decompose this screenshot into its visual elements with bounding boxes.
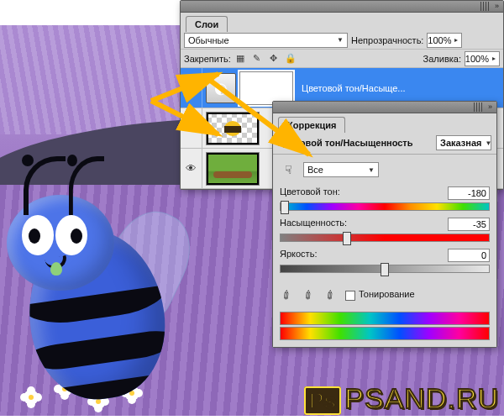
layer-thumbnail[interactable] bbox=[206, 152, 260, 186]
colorize-label: Тонирование bbox=[359, 289, 415, 299]
blend-mode-value: Обычные bbox=[188, 35, 229, 45]
slider-thumb-icon[interactable] bbox=[281, 201, 289, 214]
adjustment-type-label: Цветовой тон/Насыщенность bbox=[278, 138, 413, 148]
eyedropper-add-icon[interactable]: ✐ bbox=[299, 286, 318, 305]
hue-slider[interactable] bbox=[280, 202, 490, 211]
visibility-toggle-icon[interactable]: 👁 bbox=[181, 149, 202, 188]
adjustments-panel-header[interactable]: » bbox=[273, 102, 496, 113]
adjustment-body: ☟ Все ▼ Цветовой тон: Насыщенность: bbox=[273, 155, 496, 347]
opacity-value: 100% bbox=[428, 35, 451, 45]
layers-blend-row: Обычные ▼ Непрозрачность: 100% ▸ bbox=[181, 31, 503, 50]
tab-adjustments[interactable]: Коррекция bbox=[278, 117, 345, 133]
lock-transparency-icon[interactable]: ▦ bbox=[234, 53, 246, 64]
lock-icons-group: ▦ ✎ ✥ 🔒 bbox=[234, 53, 297, 64]
hue-spectrum-bottom bbox=[280, 327, 490, 340]
hue-label: Цветовой тон: bbox=[280, 186, 340, 200]
channel-value: Все bbox=[307, 165, 323, 175]
fill-label: Заливка: bbox=[423, 54, 461, 64]
chevron-down-icon: ▼ bbox=[337, 36, 344, 44]
colorize-checkbox[interactable]: Тонирование bbox=[345, 289, 415, 300]
saturation-label: Насыщенность: bbox=[280, 218, 347, 231]
tab-layers[interactable]: Слои bbox=[186, 16, 228, 32]
watermark: PsPSAND.RU bbox=[304, 382, 499, 415]
hue-value-input[interactable] bbox=[448, 186, 490, 200]
fill-value: 100% bbox=[465, 54, 489, 64]
lock-position-icon[interactable]: ✥ bbox=[268, 53, 280, 64]
preset-select[interactable]: Заказная ▼ bbox=[436, 135, 491, 150]
channel-select[interactable]: Все ▼ bbox=[303, 162, 379, 177]
visibility-toggle-icon[interactable]: 👁 bbox=[181, 68, 202, 108]
layer-thumbnail[interactable] bbox=[206, 112, 260, 145]
chevron-down-icon: ▸ bbox=[492, 55, 496, 62]
panel-menu-icon[interactable]: » bbox=[486, 102, 495, 112]
visibility-toggle-icon[interactable]: 👁 bbox=[181, 108, 202, 148]
lightness-slider-row: Яркость: bbox=[280, 249, 490, 273]
adjustments-panel: » Коррекция Цветовой тон/Насыщенность За… bbox=[272, 101, 497, 348]
layers-lock-row: Закрепить: ▦ ✎ ✥ 🔒 Заливка: 100% ▸ bbox=[181, 50, 503, 68]
panel-drag-handle-icon[interactable] bbox=[474, 102, 483, 112]
saturation-slider[interactable] bbox=[280, 234, 490, 242]
lock-all-icon[interactable]: 🔒 bbox=[285, 53, 297, 64]
hue-spectrum-top bbox=[280, 312, 490, 325]
preset-value: Заказная bbox=[440, 138, 481, 148]
slider-thumb-icon[interactable] bbox=[343, 232, 351, 245]
saturation-value-input[interactable] bbox=[448, 218, 490, 231]
layers-panel-header[interactable]: » bbox=[181, 1, 503, 13]
eyedropper-icon[interactable]: ✐ bbox=[277, 286, 297, 305]
adjustments-tab-row: Коррекция bbox=[273, 113, 496, 132]
layers-tab-row: Слои bbox=[181, 13, 503, 31]
chevron-down-icon: ▼ bbox=[368, 166, 375, 174]
lock-label: Закрепить: bbox=[184, 54, 231, 64]
bee-head bbox=[7, 195, 114, 291]
fill-input[interactable]: 100% ▸ bbox=[465, 51, 500, 66]
lightness-label: Яркость: bbox=[280, 249, 317, 262]
layer-mask-thumbnail[interactable] bbox=[239, 71, 293, 105]
eyedropper-subtract-icon[interactable]: ✐ bbox=[321, 286, 340, 305]
targeted-adjust-icon[interactable]: ☟ bbox=[280, 161, 297, 178]
adjustment-subheader: Цветовой тон/Насыщенность Заказная ▼ bbox=[273, 132, 496, 155]
chevron-down-icon: ▼ bbox=[485, 139, 491, 147]
opacity-input[interactable]: 100% ▸ bbox=[427, 33, 462, 48]
saturation-slider-row: Насыщенность: bbox=[280, 218, 490, 242]
lightness-slider[interactable] bbox=[280, 265, 490, 273]
hue-slider-row: Цветовой тон: bbox=[280, 186, 490, 211]
opacity-label: Непрозрачность: bbox=[351, 35, 423, 45]
lock-pixels-icon[interactable]: ✎ bbox=[251, 53, 263, 64]
adjustment-layer-icon[interactable]: ◐ bbox=[206, 73, 236, 103]
lightness-value-input[interactable] bbox=[448, 249, 490, 262]
blend-mode-select[interactable]: Обычные ▼ bbox=[184, 33, 348, 48]
bee-character bbox=[0, 151, 202, 403]
chevron-down-icon: ▸ bbox=[454, 36, 458, 44]
eyedropper-row: ✐ ✐ ✐ Тонирование bbox=[280, 288, 490, 302]
slider-thumb-icon[interactable] bbox=[381, 263, 389, 276]
layer-name-label[interactable]: Цветовой тон/Насыще... bbox=[297, 83, 503, 93]
panel-menu-icon[interactable]: » bbox=[492, 2, 501, 11]
panel-drag-handle-icon[interactable] bbox=[480, 2, 490, 11]
channel-row: ☟ Все ▼ bbox=[280, 161, 490, 178]
